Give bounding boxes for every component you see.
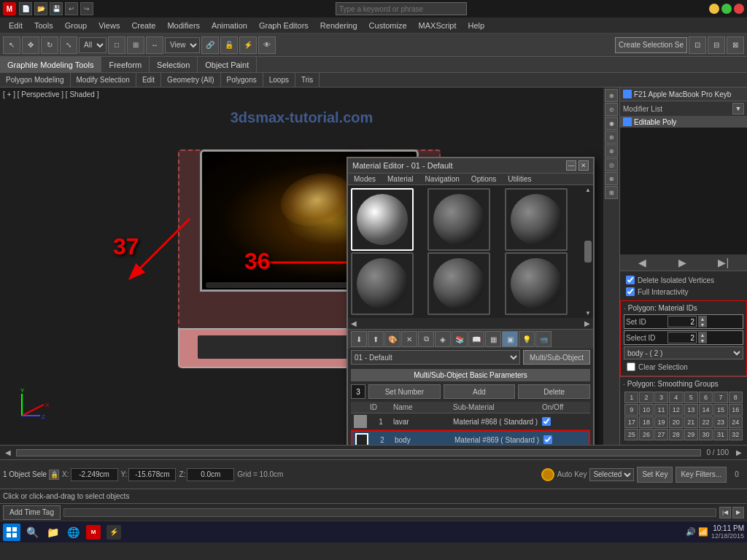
maximize-button[interactable] (721, 4, 732, 14)
set-key-btn[interactable]: Set Key (637, 467, 673, 483)
toolbar-move-btn[interactable]: ✥ (22, 36, 39, 54)
object-color-swatch[interactable] (623, 90, 632, 98)
sg-10[interactable]: 10 (639, 404, 653, 416)
mat-tool-video[interactable]: 📹 (535, 331, 551, 347)
vrt-btn-2[interactable]: ⊙ (605, 103, 618, 116)
tab2-polygon-modeling[interactable]: Polygon Modeling (0, 73, 71, 87)
sg-25[interactable]: 25 (624, 429, 638, 440)
vrt-btn-8[interactable]: ⊞ (605, 186, 618, 199)
toolbar-scale-btn[interactable]: ⤡ (60, 36, 77, 54)
vrt-btn-7[interactable]: ⊗ (605, 172, 618, 185)
mat-sphere-3[interactable] (505, 188, 568, 251)
modifier-list-btn[interactable]: ▼ (732, 103, 744, 114)
tab2-loops[interactable]: Loops (263, 73, 295, 87)
sg-12[interactable]: 12 (669, 404, 683, 416)
mat-scroll-bar[interactable]: ▲ ▼ (583, 185, 593, 318)
vrt-btn-1[interactable]: ⊕ (605, 89, 618, 102)
tab2-geometry-all[interactable]: Geometry (All) (161, 73, 220, 87)
title-icon-save[interactable]: 💾 (50, 2, 63, 15)
vrt-btn-4[interactable]: ⊚ (605, 131, 618, 144)
sg-32[interactable]: 32 (729, 429, 743, 440)
sg-17[interactable]: 17 (624, 416, 638, 428)
mat-dialog-close[interactable]: ✕ (578, 160, 589, 171)
sg-2[interactable]: 2 (639, 392, 653, 403)
mat-check-1[interactable] (542, 417, 551, 426)
mat-dialog-minimize[interactable]: — (566, 160, 576, 171)
tab-freeform[interactable]: Freeform (101, 57, 150, 72)
sg-16[interactable]: 16 (729, 404, 743, 416)
title-icon-new[interactable]: 📄 (19, 2, 32, 15)
start-button[interactable] (3, 524, 20, 541)
vrt-btn-3[interactable]: ◉ (605, 117, 618, 130)
object-lock-btn[interactable]: 🔒 (49, 470, 59, 480)
timeline-track[interactable] (63, 508, 716, 517)
panel-nav-next[interactable]: ▶| (718, 257, 729, 268)
title-icon-redo[interactable]: ↪ (80, 2, 93, 15)
title-icon-undo[interactable]: ↩ (65, 2, 78, 15)
set-id-input[interactable] (667, 316, 697, 327)
sg-22[interactable]: 22 (699, 416, 713, 428)
sg-5[interactable]: 5 (684, 392, 698, 403)
panel-nav-prev[interactable]: ◀ (638, 257, 646, 268)
toolbar-link[interactable]: 🔗 (201, 36, 219, 54)
clear-selection-cb[interactable] (627, 362, 635, 371)
mat-tool-get[interactable]: ⬇ (351, 331, 367, 347)
progress-arrow-right[interactable]: ▶ (734, 448, 744, 456)
sg-15[interactable]: 15 (713, 404, 727, 416)
menu-rendering[interactable]: Rendering (314, 20, 363, 31)
mat-tool-copy[interactable]: ⧉ (418, 331, 434, 347)
progress-track[interactable] (16, 449, 701, 456)
sg-27[interactable]: 27 (654, 429, 668, 440)
set-id-down[interactable]: ▼ (698, 322, 707, 327)
set-id-up[interactable]: ▲ (698, 316, 707, 322)
sg-29[interactable]: 29 (684, 429, 698, 440)
tab2-modify-selection[interactable]: Modify Selection (71, 73, 136, 87)
toolbar-extra2[interactable]: ⊟ (708, 36, 725, 54)
tab-graphite-modeling[interactable]: Graphite Modeling Tools (0, 57, 101, 72)
title-icon-open[interactable]: 📂 (34, 2, 47, 15)
sg-7[interactable]: 7 (713, 392, 727, 403)
taskbar-folder-btn[interactable]: 📁 (44, 524, 61, 541)
mat-scroll-thumb[interactable] (584, 241, 592, 262)
mat-tool-put[interactable]: ⬆ (368, 331, 384, 347)
sg-9[interactable]: 9 (624, 404, 638, 416)
sg-13[interactable]: 13 (684, 404, 698, 416)
mat-check-2[interactable] (543, 435, 552, 444)
mat-prev-btn[interactable]: ◀ (351, 319, 357, 327)
vrt-btn-6[interactable]: ◎ (605, 158, 618, 171)
select-id-down[interactable]: ▼ (698, 338, 707, 343)
taskbar-extra-btn[interactable]: ⚡ (105, 524, 123, 541)
mat-sphere-5[interactable] (427, 252, 490, 315)
taskbar-3dsmax-btn[interactable]: M (85, 524, 102, 541)
progress-arrow-left[interactable]: ◀ (3, 448, 13, 456)
delete-material-btn[interactable]: Delete (518, 384, 590, 399)
y-input[interactable] (128, 468, 176, 481)
mat-next-btn[interactable]: ▶ (584, 319, 590, 327)
sg-1[interactable]: 1 (624, 392, 638, 403)
sg-8[interactable]: 8 (729, 392, 743, 403)
menu-tools[interactable]: Tools (28, 20, 59, 31)
toolbar-move2[interactable]: ↔ (146, 36, 163, 54)
add-time-tag-btn[interactable]: Add Time Tag (3, 505, 61, 520)
mat-sphere-2[interactable] (427, 188, 490, 251)
select-id-up[interactable]: ▲ (698, 332, 707, 338)
tab-object-paint[interactable]: Object Paint (198, 57, 257, 72)
mat-scroll-down[interactable]: ▼ (585, 310, 591, 316)
toolbar-select-btn[interactable]: ↖ (3, 36, 20, 54)
material-name-select[interactable]: 01 - Default (351, 350, 520, 365)
menu-maxscript[interactable]: MAXScript (413, 20, 462, 31)
x-input[interactable] (71, 468, 118, 481)
menu-group[interactable]: Group (59, 20, 93, 31)
menu-views[interactable]: Views (93, 20, 125, 31)
mat-sphere-4[interactable] (351, 252, 414, 315)
menu-customize[interactable]: Customize (363, 20, 413, 31)
key-filters-btn[interactable]: Key Filters... (676, 467, 727, 483)
mat-menu-utilities[interactable]: Utilities (502, 174, 537, 184)
mat-tool-assign[interactable]: 🎨 (384, 331, 400, 347)
sg-3[interactable]: 3 (654, 392, 668, 403)
sg-19[interactable]: 19 (654, 416, 668, 428)
create-selection-set-btn[interactable]: Create Selection Se (615, 37, 687, 53)
toolbar-display[interactable]: 👁 (258, 36, 276, 54)
mat-menu-modes[interactable]: Modes (348, 174, 382, 184)
toolbar-extra1[interactable]: ⊡ (689, 36, 706, 54)
